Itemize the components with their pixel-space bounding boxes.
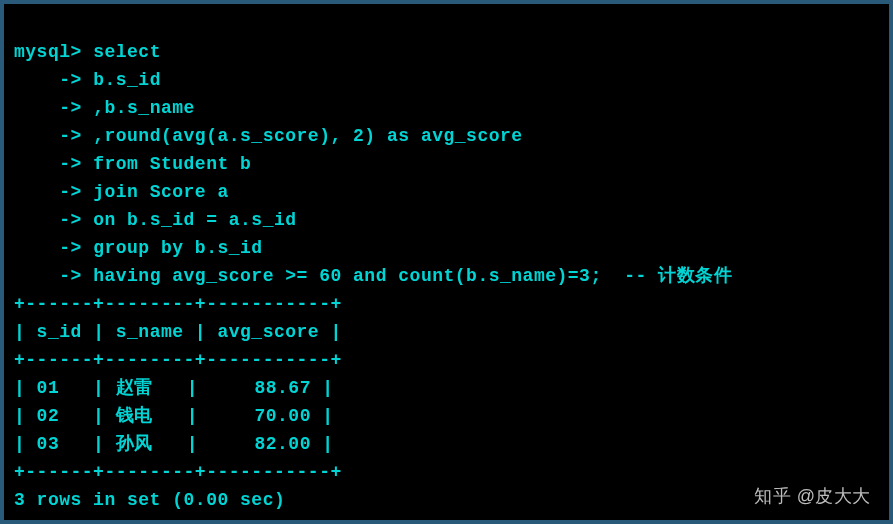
table-border: +------+--------+-----------+	[14, 462, 342, 482]
continuation-prompt: ->	[14, 70, 82, 90]
query-line: ,round(avg(a.s_score), 2) as avg_score	[93, 126, 522, 146]
table-border: +------+--------+-----------+	[14, 350, 342, 370]
continuation-prompt: ->	[14, 98, 82, 118]
table-cell: 01	[37, 378, 60, 398]
continuation-prompt: ->	[14, 182, 82, 202]
continuation-prompt: ->	[14, 210, 82, 230]
continuation-prompt: ->	[14, 126, 82, 146]
table-cell: 82.00	[254, 434, 311, 454]
continuation-prompt: ->	[14, 238, 82, 258]
table-cell: 88.67	[254, 378, 311, 398]
prompt: mysql>	[14, 42, 82, 62]
table-cell: 赵雷	[116, 378, 153, 398]
query-line: having avg_score >= 60 and count(b.s_nam…	[93, 266, 732, 286]
table-cell: 钱电	[116, 406, 153, 426]
table-cell: 70.00	[254, 406, 311, 426]
query-line: join Score a	[93, 182, 229, 202]
result-footer: 3 rows in set (0.00 sec)	[14, 490, 285, 510]
table-header: s_name	[116, 322, 184, 342]
table-header: s_id	[37, 322, 82, 342]
query-line: ,b.s_name	[93, 98, 195, 118]
watermark: 知乎 @皮大大	[754, 484, 871, 508]
continuation-prompt: ->	[14, 266, 82, 286]
query-line: on b.s_id = a.s_id	[93, 210, 296, 230]
table-border: +------+--------+-----------+	[14, 294, 342, 314]
query-line: from Student b	[93, 154, 251, 174]
query-line: b.s_id	[93, 70, 161, 90]
query-line: group by b.s_id	[93, 238, 263, 258]
table-cell: 03	[37, 434, 60, 454]
table-cell: 02	[37, 406, 60, 426]
table-cell: 孙风	[116, 434, 153, 454]
continuation-prompt: ->	[14, 154, 82, 174]
query-line: select	[93, 42, 161, 62]
terminal-output: mysql> select -> b.s_id -> ,b.s_name -> …	[14, 10, 879, 514]
table-header: avg_score	[217, 322, 319, 342]
